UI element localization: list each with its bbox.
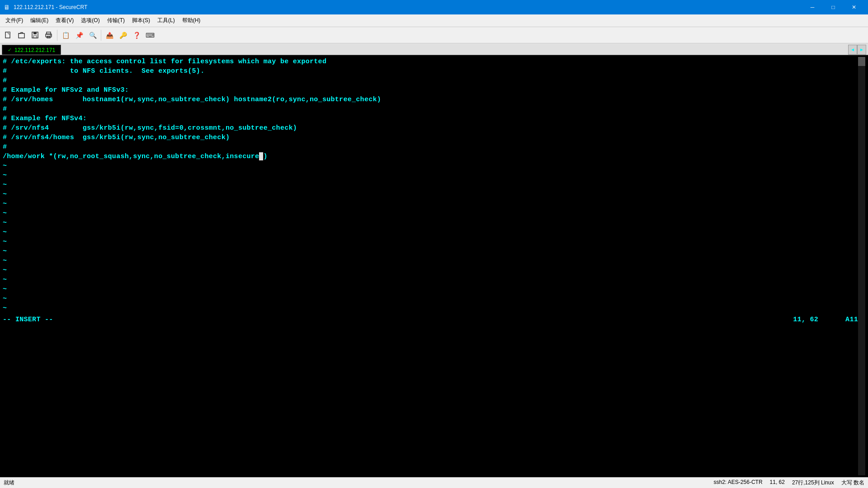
status-left: 就绪 bbox=[4, 479, 14, 487]
svg-point-8 bbox=[50, 35, 51, 36]
line-14: ~ bbox=[3, 180, 858, 190]
toolbar-ssh[interactable]: 🔑 bbox=[117, 29, 129, 42]
line-27: ~ bbox=[3, 304, 858, 313]
line-12: ~ bbox=[3, 161, 858, 171]
insert-mode-label: -- INSERT -- bbox=[3, 315, 53, 324]
line-9: # /srv/nfs4/homes gss/krb5i(rw,sync,no_s… bbox=[3, 133, 858, 142]
line-10: # bbox=[3, 142, 858, 152]
line-21: ~ bbox=[3, 247, 858, 256]
toolbar: 📋 📌 🔍 📤 🔑 ❓ ⌨ bbox=[0, 27, 868, 43]
status-ready: 就绪 bbox=[4, 479, 14, 487]
line-22: ~ bbox=[3, 256, 858, 266]
tab-label: 122.112.212.171 bbox=[14, 47, 55, 53]
app-icon: 🖥 bbox=[4, 4, 10, 11]
status-bar: 就绪 ssh2: AES-256-CTR 11, 62 27行,125列 Lin… bbox=[0, 477, 868, 488]
status-right: ssh2: AES-256-CTR 11, 62 27行,125列 Linux … bbox=[714, 479, 865, 487]
line-8: # /srv/nfs4 gss/krb5i(rw,sync,fsid=0,cro… bbox=[3, 123, 858, 133]
line-18: ~ bbox=[3, 218, 858, 228]
toolbar-sep-1 bbox=[57, 30, 57, 41]
status-encryption: ssh2: AES-256-CTR bbox=[714, 479, 763, 487]
menu-edit[interactable]: 编辑(E) bbox=[27, 14, 52, 27]
tab-bar: ✓ 122.112.212.171 ◀ ▶ bbox=[0, 43, 868, 55]
toolbar-new[interactable] bbox=[2, 29, 14, 42]
tab-nav: ◀ ▶ bbox=[848, 45, 866, 55]
tab-check-icon: ✓ bbox=[8, 47, 12, 53]
title-bar-left: 🖥 122.112.212.171 - SecureCRT bbox=[4, 4, 87, 11]
menu-script[interactable]: 脚本(S) bbox=[128, 14, 154, 27]
session-tab[interactable]: ✓ 122.112.212.171 bbox=[2, 45, 61, 55]
line-11: /home/work *(rw,no_root_squash,sync,no_s… bbox=[3, 152, 858, 161]
tab-next-button[interactable]: ▶ bbox=[857, 45, 866, 55]
toolbar-help[interactable]: ❓ bbox=[130, 29, 143, 42]
status-position: 11, 62 bbox=[770, 479, 785, 487]
toolbar-keymap[interactable]: ⌨ bbox=[144, 29, 156, 42]
title-bar: 🖥 122.112.212.171 - SecureCRT ─ □ ✕ bbox=[0, 0, 868, 14]
window-title: 122.112.212.171 - SecureCRT bbox=[14, 4, 87, 10]
menu-tools[interactable]: 工具(L) bbox=[154, 14, 179, 27]
line-13: ~ bbox=[3, 171, 858, 180]
line-2: # to NFS clients. See exports(5). bbox=[3, 66, 858, 76]
toolbar-find[interactable]: 🔍 bbox=[86, 29, 99, 42]
line-26: ~ bbox=[3, 294, 858, 304]
status-mode: 大写 数名 bbox=[841, 479, 864, 487]
line-25: ~ bbox=[3, 285, 858, 294]
svg-rect-1 bbox=[19, 33, 24, 38]
line-4: # Example for NFSv2 and NFSv3: bbox=[3, 85, 858, 95]
toolbar-print[interactable] bbox=[42, 29, 55, 42]
position-right-label: A11 bbox=[845, 315, 858, 324]
toolbar-sftp[interactable]: 📤 bbox=[103, 29, 116, 42]
line-19: ~ bbox=[3, 228, 858, 237]
line-17: ~ bbox=[3, 209, 858, 218]
line-6: # bbox=[3, 104, 858, 114]
vertical-scrollbar[interactable] bbox=[858, 57, 865, 475]
toolbar-save[interactable] bbox=[29, 29, 42, 42]
line-24: ~ bbox=[3, 275, 858, 285]
terminal-content[interactable]: # /etc/exports: the access control list … bbox=[3, 57, 858, 475]
svg-rect-3 bbox=[33, 32, 37, 34]
menu-transfer[interactable]: 传输(T) bbox=[104, 14, 128, 27]
toolbar-copy[interactable]: 📋 bbox=[59, 29, 72, 42]
toolbar-sep-2 bbox=[101, 30, 101, 41]
line-16: ~ bbox=[3, 199, 858, 209]
menu-file[interactable]: 文件(F) bbox=[2, 14, 27, 27]
mode-line: -- INSERT -- 11, 62 A11 bbox=[3, 315, 858, 324]
maximize-button[interactable]: □ bbox=[823, 0, 844, 14]
position-label: 11, 62 bbox=[793, 315, 845, 324]
close-button[interactable]: ✕ bbox=[844, 0, 864, 14]
scrollbar-thumb[interactable] bbox=[858, 57, 865, 66]
title-bar-controls: ─ □ ✕ bbox=[802, 0, 864, 14]
line-3: # bbox=[3, 76, 858, 85]
tab-prev-button[interactable]: ◀ bbox=[848, 45, 857, 55]
menu-view[interactable]: 查看(V) bbox=[52, 14, 77, 27]
toolbar-open[interactable] bbox=[15, 29, 28, 42]
menu-help[interactable]: 帮助(H) bbox=[179, 14, 204, 27]
status-info: 27行,125列 Linux bbox=[792, 479, 834, 487]
line-15: ~ bbox=[3, 190, 858, 199]
line-1: # /etc/exports: the access control list … bbox=[3, 57, 858, 66]
menu-bar: 文件(F) 编辑(E) 查看(V) 选项(O) 传输(T) 脚本(S) 工具(L… bbox=[0, 14, 868, 27]
toolbar-paste[interactable]: 📌 bbox=[73, 29, 85, 42]
terminal-area[interactable]: # /etc/exports: the access control list … bbox=[0, 55, 868, 477]
line-7: # Example for NFSv4: bbox=[3, 114, 858, 123]
menu-options[interactable]: 选项(O) bbox=[77, 14, 103, 27]
minimize-button[interactable]: ─ bbox=[802, 0, 823, 14]
line-23: ~ bbox=[3, 266, 858, 275]
line-5: # /srv/homes hostname1(rw,sync,no_subtre… bbox=[3, 95, 858, 104]
line-20: ~ bbox=[3, 237, 858, 247]
cursor bbox=[259, 152, 263, 160]
